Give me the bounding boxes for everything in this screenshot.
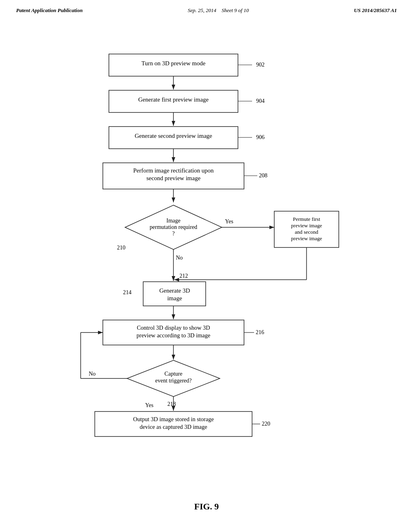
yes2-label: Yes [145,402,153,408]
page-header: Patent Application Publication Sep. 25, … [0,0,413,18]
header-right: US 2014/285637 A1 [354,7,397,14]
figure-caption: FIG. 9 [0,501,413,520]
ref-906: 906 [256,134,265,140]
no-label: No [176,255,183,261]
box-906-label: Generate second preview image [135,133,212,139]
ref-210: 210 [117,245,125,251]
box-220-line2: device as captured 3D image [140,424,207,430]
box-214-line2: image [167,295,182,301]
box-214 [143,282,206,306]
diamond-210-line2: permutation required [150,224,197,230]
box-208-label-line2: second preview image [146,175,200,181]
box-220-line1: Output 3D image stored in storage [133,416,214,422]
diamond-218-line2: event triggered? [155,378,192,384]
no2-label: No [89,371,96,377]
box-214-line1: Generate 3D [159,287,190,294]
permute-line1: Permute first [293,216,320,222]
ref-208: 208 [259,172,267,179]
header-center: Sep. 25, 2014 Sheet 9 of 10 [188,7,249,14]
yes-label: Yes [225,218,233,224]
flowchart-svg: Turn on 3D preview mode 902 Generate fir… [0,22,413,497]
box-904-label: Generate first preview image [138,96,209,103]
box-216-line1: Control 3D display to show 3D [137,324,210,331]
ref-218: 218 [167,401,176,407]
permute-line4: preview image [291,235,322,241]
box-208-label-line1: Perform image rectification upon [133,167,214,174]
ref-216: 216 [256,329,264,335]
permute-line3: and second [295,229,319,235]
ref-212: 212 [179,273,188,279]
box-216-line2: preview according to 3D image [137,332,211,339]
ref-220: 220 [262,421,270,427]
ref-214: 214 [123,289,131,295]
box-902-label: Turn on 3D preview mode [142,60,206,66]
diamond-210-line1: Image [167,218,181,224]
permute-line2: preview image [291,222,322,229]
ref-904: 904 [256,98,265,104]
ref-902: 902 [256,62,265,68]
header-left: Patent Application Publication [16,7,83,14]
diamond-218-line1: Capture [165,371,182,377]
diagram-container: Turn on 3D preview mode 902 Generate fir… [0,22,413,497]
diamond-210-line3: ? [172,231,175,237]
